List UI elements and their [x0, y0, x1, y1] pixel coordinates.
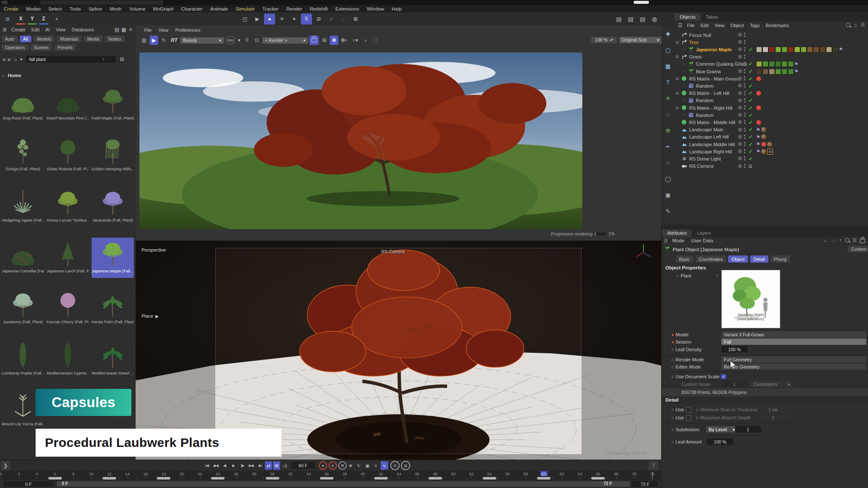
- layout-animate-icon[interactable]: ▤: [626, 14, 636, 24]
- record-keyframe-button[interactable]: ●: [319, 461, 327, 470]
- menu-simulate[interactable]: Simulate: [232, 6, 259, 11]
- panel-menu-icon[interactable]: ≣: [1, 27, 8, 33]
- key-diamond-icon[interactable]: ◇: [671, 408, 676, 412]
- om-menu-tags[interactable]: Tags: [747, 23, 762, 28]
- render-mode-select[interactable]: Full Geometry: [721, 356, 866, 363]
- filter-icon[interactable]: ☰: [853, 238, 857, 243]
- document-tab[interactable]: [40, 0, 163, 5]
- cube-icon[interactable]: ▦: [663, 61, 673, 71]
- perspective-viewport[interactable]: Perspective RS Camera Place ▶ Grid Spaci…: [136, 241, 662, 460]
- leaf-density-field[interactable]: 100 %: [721, 346, 748, 352]
- focus-bracket-icon[interactable]: ⌕: [362, 36, 370, 45]
- panel-menu-icon[interactable]: ☰: [664, 238, 668, 244]
- key-diamond-icon[interactable]: ◇: [671, 428, 676, 432]
- asset-item[interactable]: Dog-Rose (Fall, Plant): [2, 85, 44, 125]
- menu-help[interactable]: Help: [388, 6, 406, 11]
- material-sphere-icon[interactable]: ◍: [649, 14, 659, 24]
- lock-icon[interactable]: [860, 239, 865, 243]
- interactive-render-icon[interactable]: ✳: [276, 14, 287, 25]
- menu-mesh[interactable]: Mesh: [106, 6, 125, 11]
- capture-icon[interactable]: ⊠: [350, 14, 361, 25]
- asset-item[interactable]: Dwarf Mountain Pine (...: [47, 85, 89, 125]
- previous-frame-button[interactable]: ◀|: [220, 461, 229, 470]
- rv-menu-view[interactable]: View: [155, 28, 172, 33]
- magic-solver-icon[interactable]: ✦: [289, 14, 300, 25]
- ab-menu-ai[interactable]: AI: [42, 27, 53, 32]
- dynamics-gear-icon[interactable]: ⚙: [663, 125, 673, 136]
- play-button[interactable]: ▶: [229, 461, 238, 470]
- render-play-icon[interactable]: ▶: [150, 36, 158, 45]
- text-icon[interactable]: T: [663, 77, 673, 87]
- forward-icon[interactable]: →: [831, 238, 836, 243]
- object-row[interactable]: ⊟RS Matrix - Main Ground✓: [675, 75, 868, 82]
- attr-tab-coordinates[interactable]: Coordinates: [696, 255, 726, 263]
- range-scrubber[interactable]: 0 F 72 F: [57, 481, 630, 487]
- custom-button[interactable]: Custom: [848, 246, 868, 252]
- menu-animate[interactable]: Animate: [206, 6, 232, 11]
- object-row[interactable]: Landscape Main✓⚑: [675, 126, 868, 133]
- key-diamond-icon[interactable]: ◇: [671, 358, 676, 362]
- ai-sparkle-icon[interactable]: ✦: [19, 57, 23, 62]
- tab-objects[interactable]: Objects: [675, 13, 701, 21]
- viewport-label[interactable]: Perspective: [142, 247, 166, 252]
- editor-mode-select[interactable]: Render Geometry: [721, 363, 866, 370]
- menu-mode[interactable]: Mode: [670, 238, 687, 243]
- dither-icon[interactable]: ⠿: [243, 36, 251, 45]
- nav-forward-icon[interactable]: ▶: [8, 57, 11, 62]
- object-row[interactable]: RS Matrix - Middle Hill✓: [675, 119, 868, 126]
- ab-menu-edit[interactable]: Edit: [28, 27, 42, 32]
- object-row[interactable]: ⊟RS Matrix - Right Hill✓: [675, 104, 868, 111]
- next-key-button[interactable]: ▶◆: [247, 461, 256, 470]
- object-row[interactable]: Landscape Left Hill✓⚑: [675, 133, 868, 141]
- filter-materials[interactable]: Materials: [57, 36, 82, 42]
- camera-tool-icon[interactable]: ▣: [663, 190, 673, 200]
- use-min-branch-checkbox[interactable]: [686, 407, 691, 413]
- home-icon[interactable]: ⌂: [854, 22, 857, 28]
- plant-expand-icon[interactable]: ›: [716, 272, 718, 277]
- menu-volume[interactable]: Volume: [125, 6, 149, 11]
- object-row[interactable]: Landscape Middle Hill✓⚑: [675, 141, 868, 148]
- om-menu-view[interactable]: View: [712, 23, 728, 28]
- crop-icon[interactable]: ⊡: [253, 36, 261, 45]
- render-to-picture-viewer-icon[interactable]: ▶: [252, 14, 263, 25]
- season-select[interactable]: Fall: [721, 338, 866, 345]
- filter-presets[interactable]: Presets: [54, 44, 76, 51]
- filter-all[interactable]: All: [20, 36, 32, 42]
- subdivision-field[interactable]: 1: [735, 426, 761, 433]
- axis-z-button[interactable]: Z: [39, 14, 48, 25]
- previous-key-button[interactable]: ◆◀: [211, 461, 220, 470]
- ghost-toggle[interactable]: ⊞: [273, 461, 280, 470]
- fit-bracket-icon[interactable]: ⛶: [371, 36, 380, 45]
- filter-media[interactable]: Media: [84, 36, 103, 42]
- menu-mograph[interactable]: MoGraph: [149, 6, 177, 11]
- attr-tab-phong[interactable]: Phong: [771, 255, 790, 263]
- layout-simulate-icon[interactable]: ▤: [637, 14, 648, 24]
- clear-search-icon[interactable]: ×: [102, 57, 105, 62]
- magnet-icon[interactable]: ∩: [663, 158, 673, 168]
- key-diamond-icon[interactable]: ◇: [671, 365, 676, 369]
- om-menu-file[interactable]: File: [684, 23, 698, 28]
- asset-item[interactable]: Mediterranean Dwarf ...: [92, 340, 134, 380]
- rt-toggle[interactable]: RT: [169, 36, 179, 45]
- object-row[interactable]: └Random✓: [675, 97, 868, 104]
- object-row[interactable]: RS Dome Light✓: [675, 155, 868, 162]
- autokey-button[interactable]: A: [328, 461, 337, 470]
- om-menu-object[interactable]: Object: [727, 23, 747, 28]
- key-diamond-icon[interactable]: ◇: [676, 274, 681, 278]
- key-diamond-icon[interactable]: ◇: [671, 375, 676, 379]
- rv-menu-preferences[interactable]: Preferences: [172, 28, 203, 33]
- menu-create[interactable]: Create: [0, 6, 22, 11]
- sound-toggle[interactable]: ◁): [281, 461, 288, 470]
- use-max-depth-checkbox[interactable]: [686, 415, 691, 421]
- leaf-amount-field[interactable]: 100 %: [707, 438, 733, 445]
- plane-icon[interactable]: ▢: [663, 45, 673, 55]
- asset-item[interactable]: Honey Locust "Sunbur...: [47, 187, 89, 227]
- range-start-field[interactable]: 0 F: [3, 481, 53, 487]
- record-position-toggle[interactable]: ✚: [347, 461, 354, 470]
- keyed-diamond-icon[interactable]: ◆: [671, 333, 676, 337]
- ab-menu-create[interactable]: Create: [8, 27, 28, 32]
- object-row[interactable]: ⊟Grass: [675, 53, 868, 61]
- channel-icon[interactable]: RGB: [225, 36, 235, 44]
- loop-toggle[interactable]: ⇄: [265, 461, 272, 470]
- axis-y-button[interactable]: Y: [28, 14, 37, 25]
